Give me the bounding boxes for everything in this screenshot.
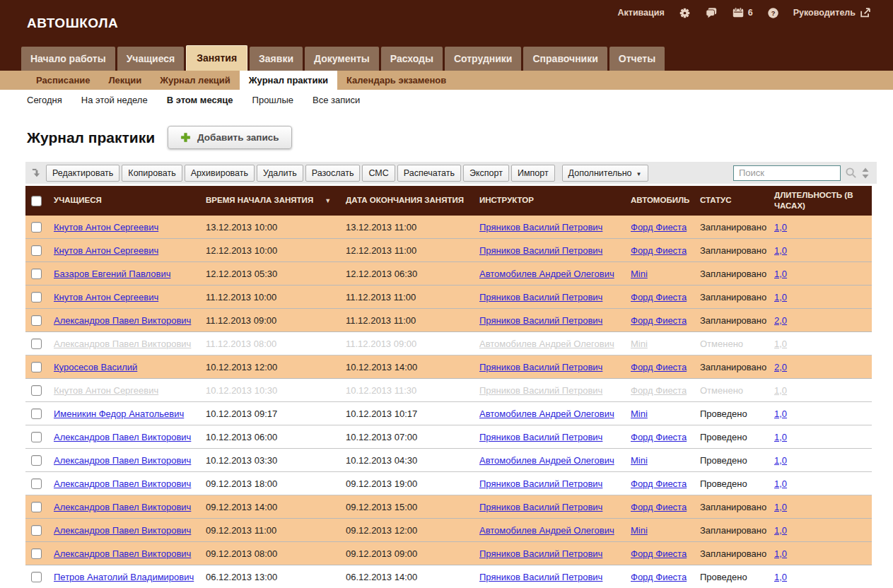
- car-link[interactable]: Форд Фиеста: [631, 385, 687, 396]
- subnav-tab-5[interactable]: Календарь экзаменов: [337, 71, 455, 90]
- row-checkbox[interactable]: [31, 315, 42, 326]
- filter-item-5[interactable]: Все записи: [313, 95, 360, 105]
- car-link[interactable]: Форд Фиеста: [631, 548, 687, 559]
- nav-tab-5[interactable]: Документы: [305, 47, 379, 71]
- instructor-link[interactable]: Пряников Василий Петрович: [479, 385, 602, 396]
- row-checkbox[interactable]: [31, 339, 42, 349]
- filter-item-1[interactable]: Сегодня: [27, 95, 62, 105]
- activation-link[interactable]: Активация: [617, 8, 664, 18]
- toolbar-button-2[interactable]: Копировать: [122, 165, 182, 182]
- student-link[interactable]: Александров Павел Викторович: [54, 432, 191, 442]
- nav-tab-1[interactable]: Начало работы: [21, 47, 115, 71]
- row-checkbox[interactable]: [31, 525, 42, 536]
- column-header-3[interactable]: ДАТА ОКОНЧАНИЯ ЗАНЯТИЯ: [340, 186, 474, 216]
- messages-icon[interactable]: [705, 6, 718, 19]
- toolbar-button-7[interactable]: Распечатать: [397, 165, 461, 182]
- nav-tab-8[interactable]: Справочники: [523, 47, 607, 71]
- car-link[interactable]: Mini: [631, 269, 648, 279]
- student-link[interactable]: Базаров Евгений Павлович: [54, 269, 170, 279]
- instructor-link[interactable]: Автомобилев Андрей Олегович: [479, 408, 614, 419]
- student-link[interactable]: Петров Анатолий Владимирович: [54, 572, 194, 582]
- row-checkbox[interactable]: [31, 269, 42, 279]
- calendar-group[interactable]: 6: [732, 6, 753, 19]
- toolbar-button-5[interactable]: Разослать: [305, 165, 361, 182]
- search-icon[interactable]: [845, 167, 857, 179]
- student-link[interactable]: Кнутов Антон Сергеевич: [54, 385, 158, 396]
- student-link[interactable]: Александров Павел Викторович: [54, 478, 191, 489]
- duration-link[interactable]: 1,0: [774, 455, 787, 466]
- car-link[interactable]: Форд Фиеста: [631, 222, 687, 233]
- duration-link[interactable]: 2,0: [774, 315, 787, 326]
- row-checkbox[interactable]: [31, 362, 42, 372]
- student-link[interactable]: Александров Павел Викторович: [54, 502, 191, 512]
- column-header-7[interactable]: ДЛИТЕЛЬНОСТЬ (В ЧАСАХ): [769, 186, 872, 216]
- duration-link[interactable]: 1,0: [774, 548, 787, 559]
- column-header-1[interactable]: УЧАЩИЕСЯ: [48, 186, 200, 216]
- row-checkbox[interactable]: [31, 455, 42, 466]
- instructor-link[interactable]: Пряников Василий Петрович: [479, 362, 602, 372]
- instructor-link[interactable]: Пряников Василий Петрович: [479, 572, 602, 582]
- nav-tab-3[interactable]: Занятия: [186, 45, 247, 71]
- column-header-4[interactable]: ИНСТРУКТОР: [474, 186, 625, 216]
- student-link[interactable]: Александров Павел Викторович: [54, 315, 191, 326]
- toolbar-button-1[interactable]: Редактировать: [46, 165, 119, 182]
- car-link[interactable]: Форд Фиеста: [631, 315, 687, 326]
- instructor-link[interactable]: Пряников Василий Петрович: [479, 478, 602, 489]
- instructor-link[interactable]: Автомобилев Андрей Олегович: [479, 339, 614, 349]
- row-checkbox[interactable]: [31, 432, 42, 442]
- student-link[interactable]: Кнутов Антон Сергеевич: [54, 222, 158, 233]
- subnav-tab-1[interactable]: Расписание: [27, 71, 100, 90]
- subnav-tab-3[interactable]: Журнал лекций: [151, 71, 240, 90]
- instructor-link[interactable]: Пряников Василий Петрович: [479, 548, 602, 559]
- car-link[interactable]: Форд Фиеста: [631, 478, 687, 489]
- toolbar-button-3[interactable]: Архивировать: [185, 165, 255, 182]
- car-link[interactable]: Форд Фиеста: [631, 362, 687, 372]
- row-checkbox[interactable]: [31, 478, 42, 489]
- car-link[interactable]: Форд Фиеста: [631, 572, 687, 582]
- toolbar-button-4[interactable]: Удалить: [257, 165, 303, 182]
- search-input[interactable]: [733, 165, 841, 181]
- nav-tab-2[interactable]: Учащиеся: [117, 47, 185, 71]
- duration-link[interactable]: 1,0: [774, 478, 787, 489]
- car-link[interactable]: Mini: [631, 339, 648, 349]
- filter-item-2[interactable]: На этой неделе: [81, 95, 148, 105]
- duration-link[interactable]: 1,0: [774, 525, 787, 536]
- instructor-link[interactable]: Пряников Василий Петрович: [479, 502, 602, 512]
- duration-link[interactable]: 1,0: [774, 502, 787, 512]
- car-link[interactable]: Форд Фиеста: [631, 245, 687, 256]
- car-link[interactable]: Форд Фиеста: [631, 432, 687, 442]
- student-link[interactable]: Александров Павел Викторович: [54, 525, 191, 536]
- filter-item-3[interactable]: В этом месяце: [167, 95, 233, 105]
- student-link[interactable]: Кнутов Антон Сергеевич: [54, 292, 158, 302]
- student-link[interactable]: Александров Павел Викторович: [54, 455, 191, 466]
- add-record-button[interactable]: Добавить запись: [168, 126, 291, 149]
- subnav-tab-2[interactable]: Лекции: [100, 71, 151, 90]
- instructor-link[interactable]: Пряников Василий Петрович: [479, 222, 602, 233]
- duration-link[interactable]: 1,0: [774, 292, 787, 302]
- row-checkbox[interactable]: [31, 548, 42, 559]
- duration-link[interactable]: 1,0: [774, 385, 787, 396]
- car-link[interactable]: Форд Фиеста: [631, 502, 687, 512]
- instructor-link[interactable]: Пряников Василий Петрович: [479, 432, 602, 442]
- duration-link[interactable]: 2,0: [774, 362, 787, 372]
- user-menu[interactable]: Руководитель: [793, 6, 872, 19]
- duration-link[interactable]: 1,0: [774, 222, 787, 233]
- duration-link[interactable]: 1,0: [774, 339, 787, 349]
- column-header-6[interactable]: СТАТУС: [694, 186, 769, 216]
- instructor-link[interactable]: Пряников Василий Петрович: [479, 245, 602, 256]
- instructor-link[interactable]: Пряников Василий Петрович: [479, 315, 602, 326]
- car-link[interactable]: Mini: [631, 455, 648, 466]
- instructor-link[interactable]: Автомобилев Андрей Олегович: [479, 525, 614, 536]
- subnav-tab-4[interactable]: Журнал практики: [240, 71, 337, 90]
- row-checkbox[interactable]: [31, 292, 42, 302]
- instructor-link[interactable]: Автомобилев Андрей Олегович: [479, 269, 614, 279]
- sort-arrows[interactable]: [861, 167, 870, 180]
- duration-link[interactable]: 1,0: [774, 245, 787, 256]
- student-link[interactable]: Именикин Федор Анатольевич: [54, 408, 184, 419]
- column-header-2[interactable]: ВРЕМЯ НАЧАЛА ЗАНЯТИЯ▼: [200, 186, 340, 216]
- student-link[interactable]: Александров Павел Викторович: [54, 548, 191, 559]
- duration-link[interactable]: 1,0: [774, 269, 787, 279]
- car-link[interactable]: Mini: [631, 525, 648, 536]
- more-button[interactable]: Дополнительно▼: [562, 165, 648, 182]
- duration-link[interactable]: 1,0: [774, 572, 787, 582]
